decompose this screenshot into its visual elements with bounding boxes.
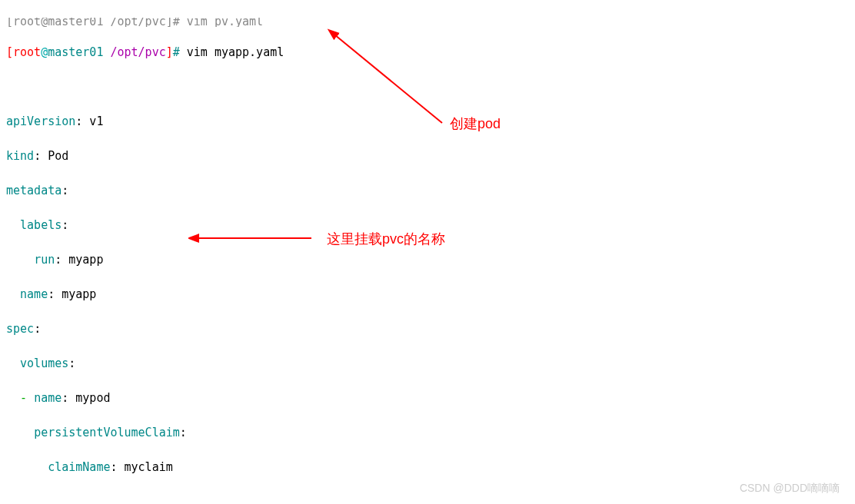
prompt-line-partial: [root@master01 /opt/pvc]# vim pv.yaml xyxy=(6,18,849,27)
annotation-pvc-name: 这里挂载pvc的名称 xyxy=(327,229,445,250)
prompt-at: @ xyxy=(41,45,48,59)
yaml-line-claimname: claimName: myclaim xyxy=(6,459,849,476)
prompt-line: [root@master01 /opt/pvc]# vim myapp.yaml xyxy=(6,44,849,61)
prompt-hash: # xyxy=(173,45,180,59)
yaml-line-spec: spec: xyxy=(6,320,849,338)
watermark: CSDN @DDD嘀嘀嘀 xyxy=(740,480,840,496)
yaml-line-metadata: metadata: xyxy=(6,182,849,200)
prompt-host: master01 xyxy=(48,45,103,59)
yaml-line-volname: - name: mypod xyxy=(6,390,849,407)
annotation-create-pod: 创建pod xyxy=(450,114,501,134)
prompt-user: root xyxy=(13,45,41,59)
prompt-path: /opt/pvc xyxy=(103,45,165,59)
yaml-line-apiversion: apiVersion: v1 xyxy=(6,113,849,131)
blank-line-2 xyxy=(6,493,849,504)
yaml-line-run: run: myapp xyxy=(6,251,849,269)
yaml-line-pvc: persistentVolumeClaim: xyxy=(6,424,849,442)
prompt-command: vim myapp.yaml xyxy=(180,45,284,59)
yaml-line-name: name: myapp xyxy=(6,286,849,303)
bracket-close: ] xyxy=(166,45,173,59)
yaml-line-volumes: volumes: xyxy=(6,355,849,373)
terminal-output: [root@master01 /opt/pvc]# vim pv.yaml [r… xyxy=(0,0,855,504)
blank-line xyxy=(6,78,849,96)
bracket-open: [ xyxy=(6,45,13,59)
yaml-line-kind: kind: Pod xyxy=(6,148,849,165)
